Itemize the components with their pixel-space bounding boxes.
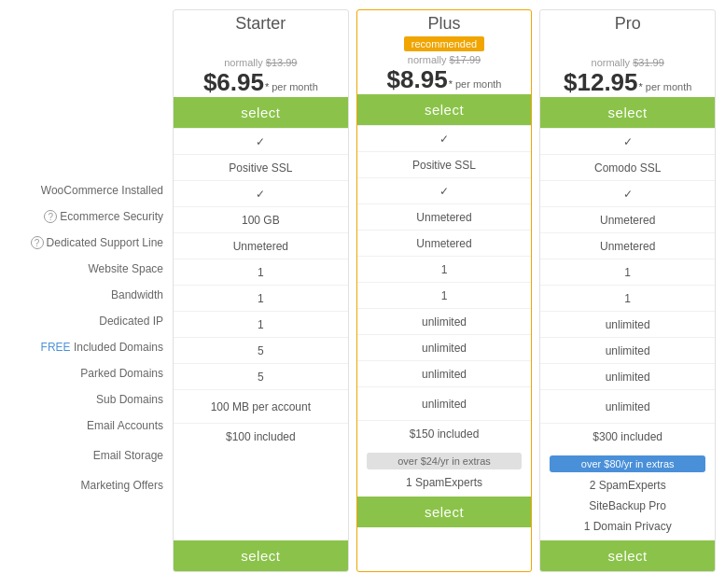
pro-select-btn-bottom[interactable]: select xyxy=(540,540,715,571)
plus-name: Plus xyxy=(357,14,532,34)
label-sub-domains: Sub Domains xyxy=(9,386,173,413)
plus-extras-badge: over $24/yr in extras xyxy=(367,453,523,469)
pro-bandwidth: Unmetered xyxy=(540,232,715,259)
starter-dedicated-ip: 1 xyxy=(174,259,348,285)
plus-email-accounts: unlimited xyxy=(357,360,532,386)
pro-included-domains: 1 xyxy=(540,285,715,311)
starter-email-storage: 100 MB per account xyxy=(174,389,348,423)
starter-email-accounts: 5 xyxy=(174,363,348,389)
plan-plus: Plus recommended normally $17.99 $8.95 *… xyxy=(356,9,533,572)
pro-dedicated-ip: 1 xyxy=(540,259,715,285)
starter-asterisk: * xyxy=(265,81,269,92)
pro-extras-section: over $80/yr in extras 2 SpamExperts Site… xyxy=(540,449,715,540)
plus-dedicated-ip: 1 xyxy=(357,256,532,282)
starter-sub-domains: 5 xyxy=(174,337,348,363)
plus-extras-section: over $24/yr in extras 1 SpamExperts xyxy=(357,446,532,497)
plus-email-storage: unlimited xyxy=(357,386,532,420)
plus-website-space: Unmetered xyxy=(357,203,532,230)
plus-sub-domains: unlimited xyxy=(357,334,532,360)
plus-included-domains: 1 xyxy=(357,282,532,308)
label-email-accounts: Email Accounts xyxy=(9,413,173,439)
pro-normal-price: normally $31.99 xyxy=(540,57,715,68)
starter-website-space: 100 GB xyxy=(174,206,348,232)
feature-labels: WooCommerce Installed ? Ecommerce Securi… xyxy=(9,9,173,572)
pro-email-storage: unlimited xyxy=(540,389,715,423)
plus-header: Plus recommended normally $17.99 $8.95 *… xyxy=(357,10,532,94)
starter-woocommerce: ✓ xyxy=(174,128,348,154)
pro-dedicated-support: ✓ xyxy=(540,180,715,206)
starter-header: Starter normally $13.99 $6.95 * per mont… xyxy=(174,10,348,97)
pro-ecommerce-security: Comodo SSL xyxy=(540,154,715,180)
label-woocommerce: WooCommerce Installed xyxy=(9,177,173,203)
label-bandwidth: Bandwidth xyxy=(9,282,173,308)
label-email-storage: Email Storage xyxy=(9,439,173,472)
label-ecommerce-security: ? Ecommerce Security xyxy=(9,203,173,230)
plan-pro: Pro normally $31.99 $12.95 * per month s… xyxy=(539,9,716,572)
pro-parked-domains: unlimited xyxy=(540,311,715,337)
pro-extras-badge: over $80/yr in extras xyxy=(550,455,705,472)
plus-asterisk: * xyxy=(449,78,453,90)
pro-price: $12.95 xyxy=(564,68,638,97)
plus-select-btn[interactable]: select xyxy=(357,94,532,125)
starter-select-btn-bottom[interactable]: select xyxy=(174,540,348,571)
label-website-space: Website Space xyxy=(9,256,173,282)
starter-price: $6.95 xyxy=(203,68,264,97)
pro-website-space: Unmetered xyxy=(540,206,715,232)
plus-woocommerce: ✓ xyxy=(357,125,532,151)
starter-bandwidth: Unmetered xyxy=(174,232,348,259)
starter-ecommerce-security: Positive SSL xyxy=(174,154,348,180)
starter-included-domains: 1 xyxy=(174,285,348,311)
plus-bandwidth: Unmetered xyxy=(357,230,532,256)
pro-woocommerce: ✓ xyxy=(540,128,715,154)
plus-recommended-badge: recommended xyxy=(404,36,484,51)
label-included-domains: FREE Included Domains xyxy=(9,334,173,360)
plus-marketing-offers: $150 included xyxy=(357,420,532,446)
pro-sub-domains: unlimited xyxy=(540,337,715,363)
plan-columns: Starter normally $13.99 $6.95 * per mont… xyxy=(173,9,716,572)
free-link[interactable]: FREE xyxy=(41,341,71,354)
pro-extras-item-3: 1 Domain Privacy xyxy=(545,516,710,537)
help-icon-ecommerce[interactable]: ? xyxy=(44,210,57,223)
starter-marketing-offers: $100 included xyxy=(174,423,348,449)
plus-normal-price: normally $17.99 xyxy=(357,54,532,65)
starter-name: Starter xyxy=(174,14,348,34)
plus-ecommerce-security: Positive SSL xyxy=(357,151,532,177)
label-dedicated-support: ? Dedicated Support Line xyxy=(9,230,173,256)
starter-normal-price: normally $13.99 xyxy=(174,57,348,68)
starter-dedicated-support: ✓ xyxy=(174,180,348,206)
label-marketing-offers: Marketing Offers xyxy=(9,472,173,498)
pro-email-accounts: unlimited xyxy=(540,363,715,389)
starter-per-month: per month xyxy=(272,81,318,92)
pro-select-btn[interactable]: select xyxy=(540,97,715,128)
label-dedicated-ip: Dedicated IP xyxy=(9,308,173,334)
plus-price: $8.95 xyxy=(387,65,448,94)
plus-per-month: per month xyxy=(455,78,502,90)
help-icon-support[interactable]: ? xyxy=(31,236,44,249)
pro-per-month: per month xyxy=(646,81,692,92)
plan-starter: Starter normally $13.99 $6.95 * per mont… xyxy=(173,9,349,572)
pro-name: Pro xyxy=(540,14,715,34)
label-parked-domains: Parked Domains xyxy=(9,360,173,386)
plus-select-btn-bottom[interactable]: select xyxy=(357,497,532,527)
pro-marketing-offers: $300 included xyxy=(540,423,715,449)
plus-dedicated-support: ✓ xyxy=(357,177,532,203)
pro-extras-item-1: 2 SpamExperts xyxy=(545,475,710,496)
starter-select-btn[interactable]: select xyxy=(174,97,348,128)
pro-asterisk: * xyxy=(639,81,643,92)
plus-extras-item-1: 1 SpamExperts xyxy=(362,472,527,493)
plus-parked-domains: unlimited xyxy=(357,308,532,334)
pro-header: Pro normally $31.99 $12.95 * per month xyxy=(540,10,715,97)
starter-parked-domains: 1 xyxy=(174,311,348,337)
pro-extras-item-2: SiteBackup Pro xyxy=(545,496,710,516)
